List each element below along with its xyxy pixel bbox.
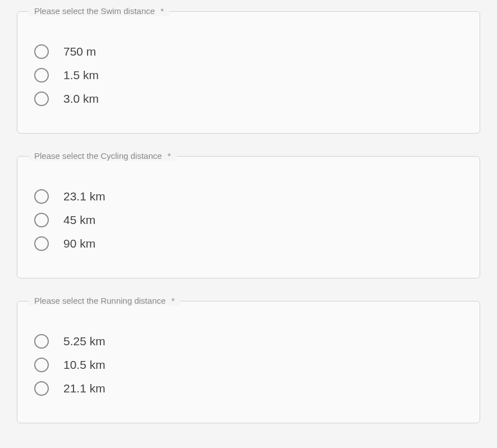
radio-icon [34, 213, 49, 227]
swim-option-0[interactable]: 750 m [34, 40, 463, 63]
radio-label: 750 m [63, 45, 96, 58]
radio-label: 5.25 km [63, 335, 105, 348]
radio-label: 21.1 km [63, 382, 105, 395]
running-distance-group: Please select the Running distance * 5.2… [17, 301, 480, 423]
radio-label: 90 km [63, 237, 95, 250]
swim-option-1[interactable]: 1.5 km [34, 63, 463, 87]
running-legend: Please select the Running distance * [29, 296, 180, 305]
cycling-legend: Please select the Cycling distance * [29, 151, 177, 161]
cycling-distance-group: Please select the Cycling distance * 23.… [17, 156, 480, 278]
cycling-option-1[interactable]: 45 km [34, 208, 463, 232]
radio-icon [34, 358, 49, 372]
running-option-1[interactable]: 10.5 km [34, 353, 463, 377]
required-marker: * [172, 296, 175, 305]
running-option-2[interactable]: 21.1 km [34, 377, 463, 400]
radio-icon [34, 334, 49, 349]
radio-label: 45 km [63, 213, 95, 227]
radio-label: 23.1 km [63, 190, 105, 203]
cycling-option-0[interactable]: 23.1 km [34, 185, 463, 208]
radio-icon [34, 189, 49, 204]
radio-icon [34, 92, 49, 106]
required-marker: * [168, 151, 171, 161]
radio-label: 10.5 km [63, 358, 105, 372]
cycling-option-2[interactable]: 90 km [34, 232, 463, 255]
radio-icon [34, 68, 49, 83]
running-legend-text: Please select the Running distance [34, 296, 165, 305]
required-marker: * [160, 6, 164, 16]
radio-icon [34, 44, 49, 59]
swim-legend-text: Please select the Swim distance [34, 6, 155, 16]
running-option-0[interactable]: 5.25 km [34, 330, 463, 353]
radio-icon [34, 381, 49, 396]
radio-icon [34, 236, 49, 251]
cycling-legend-text: Please select the Cycling distance [34, 151, 162, 161]
radio-label: 1.5 km [63, 68, 99, 82]
swim-distance-group: Please select the Swim distance * 750 m … [17, 11, 480, 134]
radio-label: 3.0 km [63, 92, 99, 106]
swim-option-2[interactable]: 3.0 km [34, 87, 463, 111]
swim-legend: Please select the Swim distance * [29, 6, 169, 16]
